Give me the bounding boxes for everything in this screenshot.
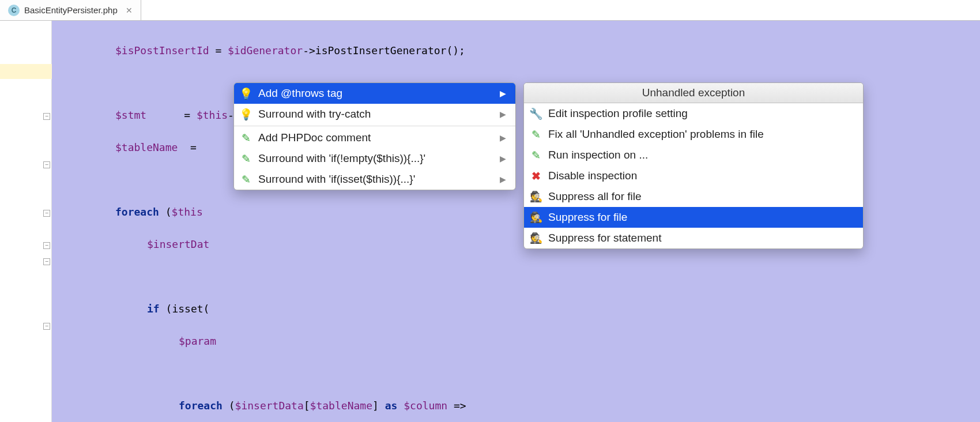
submenu-item-label: Suppress all for file [548, 190, 642, 203]
submenu-item[interactable]: ✎Run inspection on ... [524, 145, 863, 165]
code-token: isset [172, 303, 203, 315]
chevron-right-icon: ▶ [500, 133, 506, 142]
submenu-item[interactable]: 🕵️Suppress all for file [524, 186, 863, 207]
intention-item-label: Add @throws tag [258, 87, 342, 100]
close-icon[interactable]: ✕ [126, 6, 133, 15]
code-token: foreach [179, 400, 223, 412]
code-token: if [147, 303, 160, 315]
submenu-item[interactable]: ✖Disable inspection [524, 165, 863, 186]
pencil-icon: ✎ [240, 152, 252, 165]
intention-item[interactable]: ✎Add PHPDoc comment▶ [234, 127, 515, 148]
intention-item-label: Add PHPDoc comment [258, 131, 371, 144]
chevron-right-icon: ▶ [500, 89, 506, 98]
pencil-icon: ✎ [240, 131, 252, 144]
lightbulb-icon: 💡 [240, 87, 252, 100]
code-token: $insertDat [147, 238, 209, 250]
intention-item[interactable]: 💡Add @throws tag▶ [234, 83, 515, 104]
fold-toggle-icon[interactable]: − [43, 161, 50, 168]
intention-actions-popup: 💡Add @throws tag▶💡Surround with try-catc… [233, 82, 516, 190]
editor-tabbar: C BasicEntityPersister.php ✕ [0, 0, 980, 21]
suppress-icon: 🕵️ [530, 211, 542, 224]
pencil-icon: ✎ [240, 173, 252, 186]
code-token: $insertData [235, 400, 304, 412]
file-type-icon: C [8, 5, 20, 16]
chevron-right-icon: ▶ [500, 110, 506, 119]
code-token: $param [179, 335, 216, 347]
disable-icon: ✖ [530, 169, 542, 182]
menu-separator [234, 126, 515, 126]
pencil-icon: ✎ [530, 128, 542, 141]
gutter-highlight [0, 64, 52, 79]
submenu-item[interactable]: 🔧Edit inspection profile setting [524, 103, 863, 124]
file-tab[interactable]: C BasicEntityPersister.php ✕ [0, 0, 141, 20]
code-token: $column [404, 400, 447, 412]
intention-item[interactable]: ✎Surround with 'if(!empty($this)){...}'▶ [234, 148, 515, 169]
lightbulb-icon: 💡 [240, 108, 252, 120]
code-token: $tableName [115, 141, 178, 153]
submenu-item-label: Disable inspection [548, 169, 637, 182]
code-token: $stmt [115, 109, 146, 121]
chevron-right-icon: ▶ [500, 175, 506, 184]
suppress-icon: 🕵️ [530, 190, 542, 203]
submenu-item[interactable]: ✎Fix all 'Unhandled exception' problems … [524, 124, 863, 145]
fold-toggle-icon[interactable]: − [43, 323, 50, 330]
intention-item-label: Surround with 'if(!empty($this)){...}' [258, 152, 425, 165]
gutter: − − − − − − [0, 21, 52, 422]
intention-item[interactable]: 💡Surround with try-catch▶ [234, 104, 515, 125]
intention-item-label: Surround with try-catch [258, 108, 371, 120]
intention-submenu-popup: Unhandled exception 🔧Edit inspection pro… [523, 82, 864, 249]
pencil-icon: ✎ [530, 149, 542, 161]
intention-item[interactable]: ✎Surround with 'if(isset($this)){...}'▶ [234, 169, 515, 190]
code-token: as [385, 400, 398, 412]
submenu-item-label: Suppress for statement [548, 232, 661, 244]
code-token: $this [172, 206, 203, 218]
fold-toggle-icon[interactable]: − [43, 113, 50, 120]
suppress-icon: 🕵️ [530, 232, 542, 244]
submenu-item-label: Fix all 'Unhandled exception' problems i… [548, 128, 764, 141]
submenu-item-label: Edit inspection profile setting [548, 107, 688, 120]
chevron-right-icon: ▶ [500, 154, 506, 163]
code-token: $idGenerator [228, 44, 303, 56]
code-token: $isPostInsertId [115, 44, 209, 56]
code-token: $this [197, 109, 228, 121]
code-token: foreach [115, 206, 159, 218]
submenu-item-label: Suppress for file [548, 211, 627, 224]
code-token: $tableName [310, 400, 372, 412]
wrench-icon: 🔧 [530, 107, 542, 120]
tab-filename: BasicEntityPersister.php [24, 5, 118, 15]
fold-toggle-icon[interactable]: − [43, 258, 50, 265]
submenu-title: Unhandled exception [524, 83, 863, 103]
fold-toggle-icon[interactable]: − [43, 242, 50, 249]
intention-item-label: Surround with 'if(isset($this)){...}' [258, 173, 415, 186]
submenu-item[interactable]: 🕵️Suppress for statement [524, 228, 863, 248]
code-token: isPostInsertGenerator [315, 44, 447, 56]
submenu-item-label: Run inspection on ... [548, 149, 648, 161]
submenu-item[interactable]: 🕵️Suppress for file [524, 207, 863, 228]
fold-toggle-icon[interactable]: − [43, 210, 50, 217]
